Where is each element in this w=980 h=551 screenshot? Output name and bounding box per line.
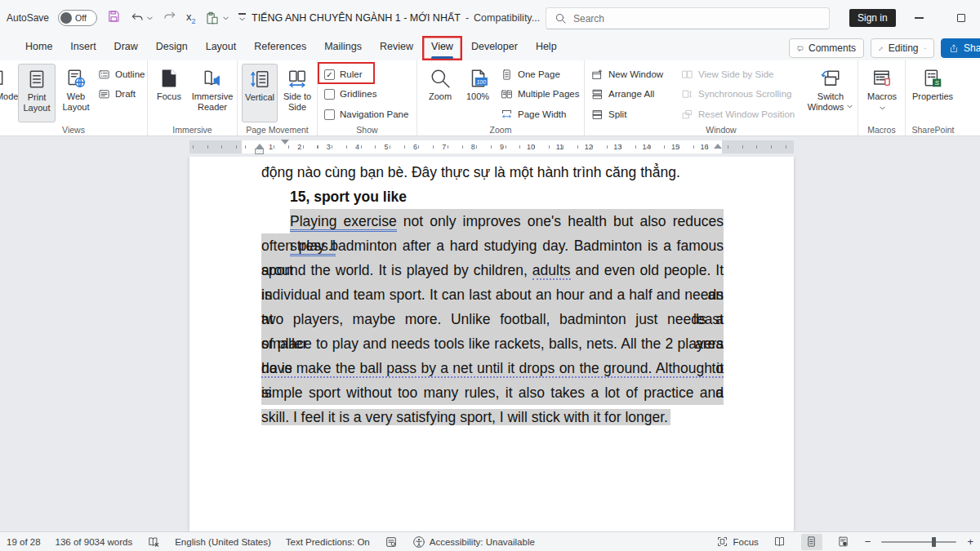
macros-button[interactable]: Macros <box>863 64 901 122</box>
web-layout-view-button[interactable] <box>833 534 854 550</box>
document-line[interactable]: skill. I feel it is a very satisfying sp… <box>261 405 724 429</box>
side-to-side-button[interactable]: Side to Side <box>280 64 314 122</box>
text-predictions-indicator[interactable]: Text Predictions: On <box>286 537 370 547</box>
document-text[interactable]: động nào cùng bạn bè. Đây thực sự là một… <box>261 160 724 429</box>
properties-button[interactable]: S Properties <box>910 64 956 122</box>
sign-in-button[interactable]: Sign in <box>849 9 896 27</box>
right-indent-marker[interactable] <box>714 144 722 149</box>
customize-toolbar-button[interactable] <box>238 13 246 23</box>
search-input[interactable] <box>573 13 786 24</box>
ribbon-group-page-movement: Vertical Side to Side Page Movement <box>238 60 318 136</box>
multiple-pages-button[interactable]: Multiple Pages <box>501 85 579 103</box>
outline-icon <box>98 69 110 81</box>
proofing-errors-button[interactable] <box>147 535 160 549</box>
tab-draw[interactable]: Draw <box>105 36 147 60</box>
restore-window-button[interactable] <box>947 0 975 36</box>
editing-mode-button[interactable]: Editing <box>871 38 934 58</box>
reset-window-position-label: Reset Window Position <box>698 109 795 119</box>
share-button[interactable]: Share <box>941 38 980 58</box>
document-line[interactable]: individual and team sport. It can last a… <box>261 282 724 307</box>
tab-developer[interactable]: Developer <box>462 36 527 60</box>
first-line-indent-marker[interactable] <box>281 140 289 144</box>
document-heading[interactable]: 15, sport you like <box>290 184 724 209</box>
autosave-toggle[interactable]: Off <box>58 10 97 26</box>
document-line[interactable]: động nào cùng bạn bè. Đây thực sự là một… <box>261 160 724 184</box>
document-line[interactable]: two players, maybe more. Unlike football… <box>261 307 724 331</box>
ruler-number: 5 <box>384 143 388 151</box>
left-indent-marker[interactable] <box>255 149 264 154</box>
gridlines-checkbox-row[interactable]: Gridlines <box>324 85 376 103</box>
document-title[interactable]: TIẾNG ANH CHUYÊN NGÀNH 1 - MỚI NHẤT - Co… <box>252 0 552 36</box>
immersive-reader-icon <box>202 68 223 89</box>
accessibility-indicator[interactable]: Accessibility: Unavailable <box>412 535 535 549</box>
arrange-all-button[interactable]: Arrange All <box>591 85 654 103</box>
document-page[interactable]: động nào cùng bạn bè. Đây thực sự là một… <box>189 157 794 531</box>
ribbon-group-macros: Macros Macros <box>858 60 906 136</box>
tab-layout[interactable]: Layout <box>197 36 246 60</box>
window-group-label: Window <box>585 125 858 135</box>
gridlines-checkbox[interactable] <box>324 89 335 100</box>
switch-windows-button[interactable]: Switch Windows <box>807 64 854 122</box>
editor-button[interactable] <box>385 535 398 549</box>
new-window-button[interactable]: New Window <box>591 65 663 83</box>
document-line[interactable]: around the world. It is played by childr… <box>261 258 724 282</box>
outline-view-button[interactable]: Outline <box>98 65 145 83</box>
comments-button[interactable]: Comments <box>789 38 864 58</box>
zoom-100-button[interactable]: 100 100% <box>460 64 496 122</box>
one-page-button[interactable]: One Page <box>501 65 560 83</box>
document-line[interactable]: simple sport without too many rules, it … <box>261 380 724 405</box>
vertical-button[interactable]: Vertical <box>242 64 278 122</box>
draft-view-button[interactable]: Draft <box>98 85 136 103</box>
document-line[interactable]: do is make the ball pass by a net until … <box>261 356 724 380</box>
redo-button[interactable] <box>163 9 177 27</box>
print-layout-button[interactable]: Print Layout <box>18 64 56 122</box>
ruler-number: 1 <box>269 143 273 151</box>
web-layout-button[interactable]: Web Layout <box>57 64 95 122</box>
zoom-100-icon: 100 <box>467 68 488 89</box>
document-line[interactable]: of place to play and needs tools like ra… <box>261 331 724 356</box>
zoom-slider-handle[interactable] <box>932 537 936 547</box>
language-indicator[interactable]: English (United States) <box>175 537 271 547</box>
paste-button[interactable] <box>205 11 229 25</box>
document-line[interactable]: Playing exercise not only improves one's… <box>290 209 724 233</box>
zoom-slider[interactable] <box>881 541 956 543</box>
tab-design[interactable]: Design <box>147 36 197 60</box>
read-mode-view-button[interactable] <box>769 534 791 550</box>
immersive-reader-button[interactable]: Immersive Reader <box>189 64 236 122</box>
read-mode-button[interactable]: Read Mode <box>0 64 20 122</box>
zoom-button[interactable]: Zoom <box>422 64 458 122</box>
document-line[interactable]: often play badminton after a hard studyi… <box>261 233 724 258</box>
print-layout-view-button[interactable] <box>801 534 822 550</box>
navigation-pane-checkbox[interactable] <box>324 109 335 120</box>
horizontal-ruler[interactable]: 12345678910111213141516 <box>189 140 794 153</box>
split-button[interactable]: Split <box>591 105 626 123</box>
search-box[interactable] <box>546 7 830 29</box>
save-button[interactable] <box>106 9 121 27</box>
ribbon-view-tab-content: Read Mode Print Layout Web Layout Outlin… <box>0 60 980 136</box>
ruler-number: 4 <box>355 143 359 151</box>
tab-mailings[interactable]: Mailings <box>315 36 371 60</box>
view-side-by-side-label: View Side by Side <box>698 69 773 79</box>
word-count[interactable]: 136 of 9034 words <box>56 537 133 547</box>
tab-view[interactable]: View <box>422 36 462 60</box>
focus-button[interactable]: Focus <box>152 64 186 122</box>
zoom-in-button[interactable]: + <box>967 535 973 548</box>
zoom-out-button[interactable]: − <box>865 535 871 548</box>
minimize-button[interactable] <box>905 0 933 36</box>
page-indicator[interactable]: 19 of 28 <box>7 537 41 547</box>
tab-home[interactable]: Home <box>16 36 61 60</box>
undo-button[interactable] <box>130 11 154 25</box>
ruler-checkbox-row[interactable]: ✓ Ruler <box>324 65 362 83</box>
text-segment: of place to play and needs tools like ra… <box>261 335 724 352</box>
navigation-pane-checkbox-row[interactable]: Navigation Pane <box>324 105 408 123</box>
page-width-button[interactable]: Page Width <box>501 105 566 123</box>
tab-references[interactable]: References <box>245 36 315 60</box>
document-area[interactable]: động nào cùng bạn bè. Đây thực sự là một… <box>0 157 980 531</box>
subscript-button[interactable]: x2 <box>186 11 196 25</box>
tab-help[interactable]: Help <box>527 36 566 60</box>
ruler-number: 11 <box>556 143 564 151</box>
tab-insert[interactable]: Insert <box>61 36 105 60</box>
focus-mode-button[interactable]: Focus <box>716 535 758 548</box>
tab-review[interactable]: Review <box>371 36 422 60</box>
ruler-checkbox[interactable]: ✓ <box>324 69 335 80</box>
